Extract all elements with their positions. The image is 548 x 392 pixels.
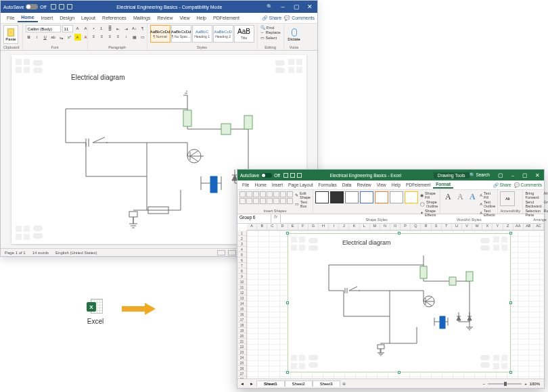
style-nospacing[interactable]: AaBbCcDd¶ No Spac... (171, 25, 191, 43)
col-header[interactable]: R (421, 224, 431, 230)
highlight-button[interactable]: A (74, 34, 81, 41)
col-header[interactable]: AB (524, 224, 534, 230)
close-button[interactable]: ✕ (304, 2, 316, 11)
resize-handle[interactable] (286, 301, 289, 304)
superscript-button[interactable]: x² (66, 34, 73, 41)
autosave-toggle[interactable]: AutoSave Off (240, 173, 280, 178)
minimize-button[interactable]: – (507, 171, 518, 179)
col-header[interactable]: U (452, 224, 462, 230)
col-header[interactable]: M (370, 224, 380, 230)
col-header[interactable]: W (472, 224, 482, 230)
row-header[interactable]: 13 (237, 295, 247, 301)
row-header[interactable]: 5 (237, 252, 247, 258)
rotate-button[interactable]: Rotate (544, 209, 548, 217)
underline-button[interactable]: U (42, 34, 49, 41)
row-header[interactable]: 18 (237, 322, 247, 328)
resize-handle[interactable] (286, 371, 289, 374)
col-header[interactable]: A (247, 224, 257, 230)
share-button[interactable]: 🔗 Share (262, 16, 282, 21)
sheet-nav-next[interactable]: ► (247, 382, 256, 386)
col-header[interactable]: I (329, 224, 339, 230)
sheet-tab-3[interactable]: Sheet3 (313, 381, 340, 387)
tab-layout[interactable]: Layout (78, 14, 99, 22)
autosave-toggle[interactable]: AutoSave Off (3, 4, 47, 9)
formula-bar[interactable] (281, 214, 544, 223)
show-marks-button[interactable]: ¶ (139, 25, 146, 32)
shading-button[interactable]: ▦ (131, 33, 138, 40)
col-header[interactable]: J (339, 224, 349, 230)
tab-pdfelement[interactable]: PDFelement (403, 182, 433, 188)
tab-data[interactable]: Data (340, 182, 355, 188)
row-header[interactable]: 22 (237, 344, 247, 349)
comments-button[interactable]: 💬 Comments (514, 182, 542, 188)
col-header[interactable]: AA (513, 224, 524, 230)
row-header[interactable]: 2 (237, 236, 247, 241)
zoom-value[interactable]: 100% (530, 382, 540, 386)
tab-help[interactable]: Help (193, 14, 210, 22)
row-header[interactable]: 20 (237, 333, 247, 339)
col-header[interactable]: T (442, 224, 452, 230)
col-header[interactable]: N (380, 224, 390, 230)
row-header[interactable]: 25 (237, 360, 247, 366)
resize-handle[interactable] (286, 232, 289, 235)
replace-button[interactable]: ↔ Replace (260, 30, 281, 34)
tab-pdfelement[interactable]: PDFelement (210, 14, 243, 22)
edit-shape-button[interactable]: ✎ Edit Shape (295, 191, 311, 199)
close-button[interactable]: ✕ (532, 171, 543, 179)
col-header[interactable]: B (257, 224, 267, 230)
search-icon[interactable]: 🔍 (267, 4, 273, 9)
row-header[interactable]: 10 (237, 279, 247, 285)
row-header[interactable]: 3 (237, 241, 247, 247)
col-header[interactable]: S (432, 224, 442, 230)
tab-view[interactable]: View (374, 182, 389, 188)
col-header[interactable]: K (349, 224, 359, 230)
resize-handle[interactable] (509, 371, 512, 374)
alt-text-button[interactable]: Alt (500, 191, 515, 206)
bring-forward-button[interactable]: Bring Forward (525, 191, 541, 199)
resize-handle[interactable] (509, 232, 512, 235)
col-header[interactable]: H (319, 224, 329, 230)
col-header[interactable]: Y (493, 224, 503, 230)
justify-button[interactable]: ≡ (115, 33, 122, 40)
paste-button[interactable]: Paste (3, 25, 18, 44)
wordart-gallery[interactable]: AAA (442, 191, 478, 202)
sheet-nav-prev[interactable]: ◄ (237, 382, 247, 386)
row-header[interactable]: 15 (237, 306, 247, 312)
col-header[interactable]: L (360, 224, 370, 230)
shape-style-gallery[interactable] (315, 191, 418, 203)
col-header[interactable]: AC (534, 224, 544, 230)
row-header[interactable]: 14 (237, 301, 247, 306)
zoom-in-button[interactable]: + (524, 382, 527, 386)
tab-insert[interactable]: Insert (269, 182, 286, 188)
multilevel-button[interactable]: ≣ (107, 25, 114, 32)
tab-help[interactable]: Help (389, 182, 403, 188)
zoom-out-button[interactable]: – (483, 382, 485, 386)
font-size-select[interactable]: 11 (62, 25, 73, 32)
style-heading2[interactable]: AaBbCcDHeading 2 (213, 25, 233, 43)
style-title[interactable]: AaBTitle (234, 25, 254, 43)
embedded-diagram-object[interactable]: Electrical diagram (288, 233, 511, 372)
status-page[interactable]: Page 1 of 1 (5, 251, 26, 255)
col-header[interactable]: F (298, 224, 309, 230)
tab-formulas[interactable]: Formulas (316, 182, 340, 188)
comments-button[interactable]: 💬 Comments (284, 16, 315, 21)
col-header[interactable]: D (277, 224, 288, 230)
group-button[interactable]: Group (544, 200, 548, 208)
redo-icon[interactable] (67, 4, 72, 9)
shape-outline-button[interactable]: ◯ Shape Outline (420, 200, 438, 208)
text-fill-button[interactable]: A Text Fill (480, 191, 495, 199)
resize-handle[interactable] (398, 232, 401, 235)
col-header[interactable]: V (462, 224, 472, 230)
bullets-button[interactable]: • (91, 25, 97, 32)
font-name-select[interactable]: Calibri (Body) (26, 25, 61, 32)
col-header[interactable]: O (390, 224, 401, 230)
col-header[interactable]: Z (503, 224, 513, 230)
tab-design[interactable]: Design (56, 14, 78, 22)
italic-button[interactable]: I (34, 34, 41, 41)
grow-font-icon[interactable]: A (74, 25, 81, 32)
shape-fill-button[interactable]: ◉ Shape Fill (420, 191, 438, 199)
cell-area[interactable]: Electrical diagram (247, 230, 544, 378)
tab-format[interactable]: Format (433, 181, 453, 189)
align-right-button[interactable]: ≡ (107, 33, 114, 40)
maximize-button[interactable]: ▢ (520, 171, 530, 179)
